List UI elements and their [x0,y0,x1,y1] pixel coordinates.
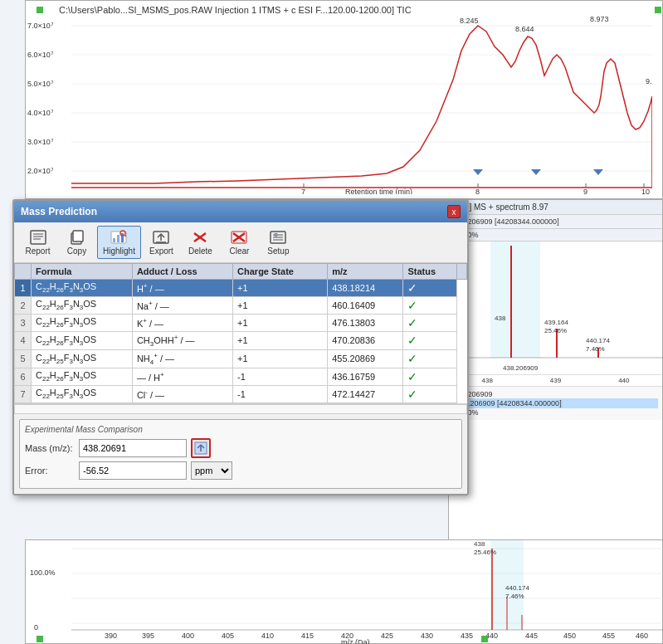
table-row[interactable]: 1 C22H26F3N3OS H+ / — +1 438.18214 ✓ [15,280,467,297]
row-formula: C22H26F3N3OS [32,315,133,332]
green-marker-tl [37,7,43,13]
mass-prediction-modal: Mass Prediction x Report [12,199,469,495]
bottom-chart-svg: 438 25.46% 440.174 7.46% 390 395 400 405… [26,540,663,644]
spectrum-panel: 0.00] MS + spectrum 8.97 438.206909 [442… [448,199,663,548]
table-row[interactable]: 5 C22H25F3N3OS NH4+ / — +1 455.20869 ✓ [15,349,467,368]
row-charge: +1 [233,280,328,297]
svg-text:460: 460 [636,632,648,640]
svg-marker-19 [473,169,483,175]
copy-icon [67,229,87,246]
export-label: Export [149,246,173,256]
col-header-formula: Formula [32,264,133,280]
svg-text:Retention time (min): Retention time (min) [345,188,412,194]
modal-close-button[interactable]: x [447,205,461,218]
svg-text:7: 7 [301,188,305,194]
svg-text:9: 9 [583,188,587,194]
row-formula: C22H26F3N3OS [32,297,133,315]
row-num: 2 [15,297,32,315]
row-status: ✓ [403,349,457,368]
row-adduct: Cl- / — [132,385,232,402]
tic-chart-area: C:\Users\Pablo...SI_MSMS_pos.RAW Injecti… [25,0,663,199]
row-mz: 460.16409 [328,297,403,315]
table-row[interactable]: 4 C22H26F3N3OS CH3OHH+ / — +1 470.20836 … [15,332,467,350]
svg-text:435: 435 [461,632,473,640]
svg-text:390: 390 [105,632,117,640]
unit-select[interactable]: ppm Da mDa [191,461,232,480]
row-charge: +1 [233,297,328,315]
svg-text:455: 455 [602,632,615,640]
col-header-status: Status [403,264,457,280]
svg-text:395: 395 [142,632,154,640]
mass-input[interactable] [79,439,187,457]
row-status: ✓ [403,297,457,315]
highlight-icon [109,229,129,246]
error-input[interactable] [79,461,187,480]
setup-label: Setup [267,246,289,256]
row-formula: C22H25F3N3OS [32,349,133,368]
export-icon [151,229,171,246]
row-formula: C22H26F3N3OS [32,332,133,350]
green-marker-tr [655,7,661,13]
table-row[interactable]: 7 C22H25F3N3OS Cl- / — -1 472.14427 ✓ [15,385,467,402]
table-row[interactable]: 6 C22H26F3N3OS — / H+ -1 436.16759 ✓ [15,368,467,385]
svg-text:438: 438 [474,540,485,548]
row-status: ✓ [403,315,457,332]
table-row[interactable]: 2 C22H26F3N3OS Na+ / — +1 460.16409 ✓ [15,297,467,315]
export-button[interactable]: Export [143,226,180,259]
col-header-num [15,264,32,280]
col-header-charge: Charge State [233,264,328,280]
report-button[interactable]: Report [19,226,56,259]
clear-icon [229,229,249,246]
report-label: Report [25,246,50,256]
row-mz: 438.18214 [328,280,403,297]
green-marker-bl [37,636,43,642]
mass-action-button[interactable] [191,438,211,458]
delete-button[interactable]: Delete [182,226,219,259]
copy-button[interactable]: Copy [58,226,95,259]
row-adduct: NH4+ / — [132,349,232,368]
row-mz: 455.20869 [328,349,403,368]
spectrum-pct: 100.0% [449,229,662,242]
col-header-mz: m/z [328,264,403,280]
svg-rect-59 [275,234,277,237]
error-label: Error: [25,466,75,476]
svg-text:400: 400 [182,632,194,640]
setup-icon [268,229,288,246]
svg-text:438: 438 [495,315,506,322]
y-label-3e7: 3.0×10⁷ [27,138,54,146]
svg-text:8.245: 8.245 [460,17,479,25]
row-mz: 470.20836 [328,332,403,350]
svg-text:100.0%: 100.0% [30,568,56,577]
svg-text:410: 410 [261,632,274,640]
row-formula: C22H26F3N3OS [32,368,133,385]
svg-text:445: 445 [525,632,538,640]
row-num: 3 [15,315,32,332]
toolbar: Report Copy [14,222,467,263]
setup-button[interactable]: Setup [260,226,297,259]
svg-text:450: 450 [563,632,576,640]
delete-icon [190,229,210,246]
row-adduct: — / H+ [132,368,232,385]
row-num: 7 [15,385,32,402]
experimental-section: Experimental Mass Comparison Mass (m/z):… [19,419,462,489]
svg-text:8.644: 8.644 [515,25,534,33]
svg-text:7.46%: 7.46% [505,593,524,600]
modal-title: Mass Prediction [21,206,97,217]
svg-text:440.174: 440.174 [586,337,610,344]
error-row: Error: ppm Da mDa [25,461,456,480]
clear-label: Clear [229,246,249,256]
col-header-adduct: Adduct / Loss [132,264,232,280]
svg-text:430: 430 [421,632,433,640]
row-formula: C22H25F3N3OS [32,385,133,402]
table-row[interactable]: 3 C22H26F3N3OS K+ / — +1 476.13803 ✓ [15,315,467,332]
svg-text:100.0%: 100.0% [503,373,525,374]
horizontal-scrollbar[interactable] [14,404,467,414]
row-charge: -1 [233,368,328,385]
svg-text:8: 8 [475,188,480,194]
delete-label: Delete [188,246,212,256]
clear-button[interactable]: Clear [221,226,258,259]
row-adduct: K+ / — [132,315,232,332]
row-formula: C22H26F3N3OS [32,280,133,297]
row-status: ✓ [403,280,457,297]
highlight-button[interactable]: Highlight [97,226,141,259]
